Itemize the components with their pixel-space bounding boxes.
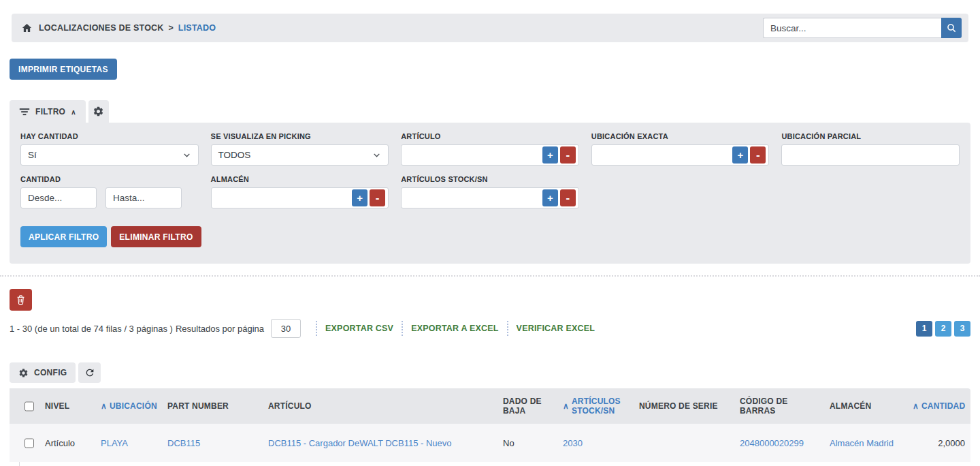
cell-part-number-link[interactable]: DCB115 — [167, 438, 200, 448]
verify-excel-link[interactable]: VERIFICAR EXCEL — [517, 324, 595, 333]
cell-cantidad: 2,0000 — [907, 424, 970, 462]
results-per-page-input[interactable] — [271, 319, 301, 338]
export-csv-link[interactable]: EXPORTAR CSV — [325, 324, 393, 333]
config-label: CONFIG — [34, 368, 67, 377]
cell-articulo-link[interactable]: DCB115 - Cargador DeWALT DCB115 - Nuevo — [268, 438, 452, 448]
page-buttons: 1 2 3 — [916, 321, 970, 337]
column-header-numero-serie[interactable]: NÚMERO DE SERIE — [634, 388, 734, 424]
divider — [402, 321, 403, 336]
field-hay-cantidad: HAY CANTIDAD Sí — [20, 132, 199, 166]
select-all-checkbox[interactable] — [24, 401, 34, 411]
field-label: HAY CANTIDAD — [20, 132, 199, 140]
ubicacion-exacta-add-button[interactable]: + — [732, 146, 748, 164]
table-row: Artículo PLAYA DCB115 DCB115 - Cargador … — [10, 424, 970, 462]
filter-title: FILTRO — [35, 107, 65, 117]
export-excel-link[interactable]: EXPORTAR A EXCEL — [411, 324, 498, 333]
filter-panel: HAY CANTIDAD Sí SE VISUALIZA EN PICKING … — [10, 123, 970, 264]
divider — [507, 321, 508, 336]
page-button-2[interactable]: 2 — [935, 321, 951, 337]
gear-icon — [93, 106, 104, 117]
delete-selected-button[interactable] — [10, 289, 32, 311]
field-label: SE VISUALIZA EN PICKING — [211, 132, 389, 140]
page-button-3[interactable]: 3 — [954, 321, 970, 337]
cantidad-hasta-input[interactable] — [105, 187, 182, 208]
cell-nivel: Artículo — [39, 424, 95, 462]
results-per-page-label: Resultados por página — [176, 324, 264, 334]
table-config-button[interactable]: CONFIG — [10, 362, 76, 383]
field-label: ALMACÉN — [211, 175, 389, 183]
field-articulo: ARTÍCULO + - — [401, 132, 579, 166]
column-header-almacen[interactable]: ALMACÉN — [824, 388, 907, 424]
column-label: CANTIDAD — [921, 401, 965, 411]
refresh-icon — [84, 367, 95, 378]
breadcrumb: LOCALIZACIONES DE STOCK > LISTADO — [12, 14, 968, 42]
home-icon[interactable] — [21, 22, 33, 33]
breadcrumb-separator: > — [169, 23, 174, 33]
pagination-summary: 1 - 30 (de un total de 74 filas / 3 pági… — [10, 324, 173, 334]
table-bottom-edge — [19, 462, 20, 466]
page-button-1[interactable]: 1 — [916, 321, 932, 337]
cell-codigo-barras-link[interactable]: 2048000020299 — [740, 438, 804, 448]
filter-icon — [19, 107, 30, 117]
column-label: UBICACIÓN — [110, 401, 157, 411]
column-header-part-number[interactable]: PART NUMBER — [162, 388, 263, 424]
field-label: CANTIDAD — [20, 175, 199, 183]
hay-cantidad-select[interactable]: Sí — [20, 144, 199, 166]
sort-asc-icon: ∧ — [913, 401, 919, 411]
column-label: ARTÍCULOS STOCK/SN — [572, 397, 628, 416]
field-label: ARTÍCULOS STOCK/SN — [401, 175, 579, 183]
ubicacion-exacta-remove-button[interactable]: - — [750, 146, 766, 164]
filter-settings-button[interactable] — [88, 100, 109, 123]
stock-locations-table: NIVEL ∧ UBICACIÓN PART NUMBER ARTÍCULO D… — [10, 388, 970, 466]
search-button[interactable] — [941, 18, 962, 38]
articulos-stock-sn-add-button[interactable]: + — [542, 189, 558, 206]
field-label: ARTÍCULO — [401, 132, 579, 140]
cell-articulos-stock-sn-link[interactable]: 2030 — [563, 438, 583, 448]
column-header-nivel[interactable]: NIVEL — [39, 388, 95, 424]
divider — [316, 321, 317, 336]
picking-select[interactable]: TODOS — [211, 144, 389, 166]
search-input[interactable] — [763, 18, 941, 38]
column-header-dado-de-baja[interactable]: DADO DE BAJA — [497, 388, 557, 424]
chevron-down-icon — [372, 151, 381, 159]
almacen-add-button[interactable]: + — [352, 189, 368, 206]
field-label: UBICACIÓN PARCIAL — [781, 132, 960, 140]
field-cantidad: CANTIDAD — [20, 175, 199, 208]
column-header-cantidad[interactable]: ∧ CANTIDAD — [907, 388, 970, 424]
column-header-articulo[interactable]: ARTÍCULO — [263, 388, 497, 424]
field-ubicacion-parcial: UBICACIÓN PARCIAL — [781, 132, 960, 166]
clear-filter-button[interactable]: ELIMINAR FILTRO — [111, 226, 201, 247]
column-header-articulos-stock-sn[interactable]: ∧ ARTÍCULOS STOCK/SN — [557, 388, 634, 424]
cell-numero-serie — [634, 424, 734, 462]
column-header-codigo-barras[interactable]: CÓDIGO DE BARRAS — [734, 388, 824, 424]
print-labels-button[interactable]: IMPRIMIR ETIQUETAS — [10, 59, 117, 80]
apply-filter-button[interactable]: APLICAR FILTRO — [20, 226, 107, 247]
section-divider — [0, 275, 980, 277]
chevron-down-icon — [182, 151, 191, 159]
select-value: TODOS — [218, 150, 373, 160]
row-select-cell — [10, 424, 39, 462]
cell-dado-de-baja: No — [497, 424, 557, 462]
search-bar — [763, 18, 962, 38]
articulo-remove-button[interactable]: - — [560, 146, 576, 164]
cantidad-desde-input[interactable] — [20, 187, 97, 208]
row-checkbox[interactable] — [24, 438, 34, 448]
cell-ubicacion-link[interactable]: PLAYA — [101, 438, 128, 448]
articulos-stock-sn-remove-button[interactable]: - — [560, 189, 576, 206]
sort-asc-icon: ∧ — [101, 401, 107, 411]
filter-toggle-button[interactable]: FILTRO ∧ — [10, 100, 86, 123]
breadcrumb-current[interactable]: LISTADO — [178, 23, 216, 33]
field-label: UBICACIÓN EXACTA — [591, 132, 770, 140]
field-almacen: ALMACÉN + - — [211, 175, 389, 208]
trash-icon — [16, 294, 26, 305]
cell-almacen-link[interactable]: Almacén Madrid — [830, 438, 894, 448]
column-header-ubicacion[interactable]: ∧ UBICACIÓN — [95, 388, 162, 424]
ubicacion-parcial-input[interactable] — [781, 144, 960, 166]
filter-header: FILTRO ∧ — [10, 100, 980, 123]
almacen-remove-button[interactable]: - — [370, 189, 385, 206]
refresh-button[interactable] — [78, 362, 101, 383]
table-toolbar: CONFIG — [10, 362, 980, 383]
sort-asc-icon: ∧ — [563, 401, 569, 411]
articulo-add-button[interactable]: + — [542, 146, 558, 164]
pagination-row: 1 - 30 (de un total de 74 filas / 3 pági… — [10, 319, 970, 338]
